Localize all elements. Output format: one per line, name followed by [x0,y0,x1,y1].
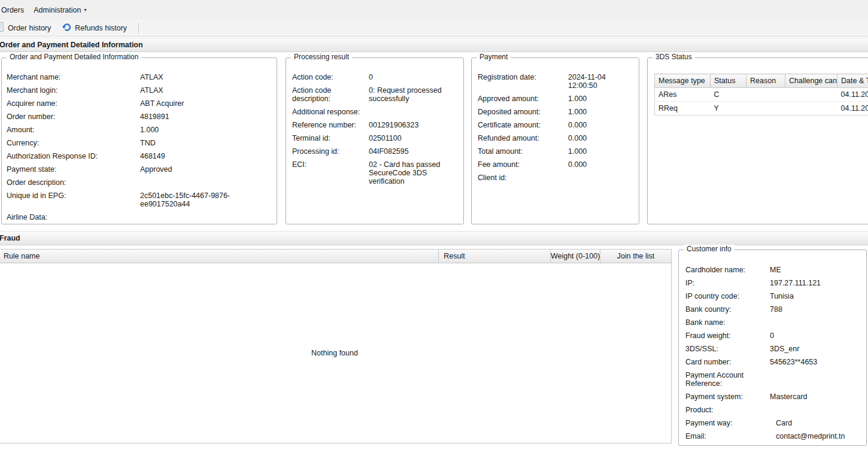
field-row-unique-id-epg: Unique id in EPG:2c501ebc-15fc-4467-9876… [7,189,271,211]
field-value: TND [140,139,271,147]
field-value: ABT Acquirer [140,99,271,108]
field-value: Card [770,419,860,427]
field-value: 1.000 [140,126,271,134]
field-row-merchant-name: Merchant name:ATLAX [7,71,271,84]
menu-item-administration[interactable]: Administration ▾ [29,4,91,17]
cell-date-time: 04.11.2024 [837,102,868,115]
field-label: Processing id: [292,147,369,156]
menu-item-orders[interactable]: Orders [0,4,29,17]
field-row-processing-id: Processing id:04IF082595 [292,145,456,158]
field-value: 02 - Card has passed SecureCode 3DS veri… [369,160,456,186]
field-label: IP country code: [685,292,770,300]
field-label: Action code: [292,73,369,81]
field-value: 788 [770,305,860,314]
threeds-status-legend: 3DS Status [652,53,695,61]
field-value [770,371,860,388]
field-row-auth-response-id: Authorization Response ID:468149 [7,150,271,163]
field-value: Tunisia [770,292,860,300]
field-row-merchant-login: Merchant login:ATLAX [7,84,271,97]
field-label: Reference number: [292,121,369,129]
field-label: Fee amount: [478,160,568,169]
fraud-col-join-list[interactable]: Join the list [600,250,671,263]
field-row-eci: ECI:02 - Card has passed SecureCode 3DS … [292,158,456,188]
field-value [770,406,860,414]
field-row-client-id: Client id: [478,171,633,184]
field-label: Client id: [478,174,568,182]
page-title: Order and Payment Detailed Information [0,41,143,49]
field-label: Card number: [685,358,770,366]
field-value: 2024-11-04 12:00:50 [568,73,633,90]
field-value: 0.000 [568,121,633,129]
field-value [140,178,271,187]
field-value: 0 [369,73,456,81]
page-title-bar: Order and Payment Detailed Information [0,38,868,52]
order-history-label: Order history [8,24,51,32]
field-label: Deposited amount: [478,108,568,116]
field-label: Cardholder name: [685,266,770,274]
menu-item-orders-label: Orders [1,6,24,14]
field-row-payment-system: Payment system:Mastercard [685,390,860,403]
refunds-history-label: Refunds history [75,24,127,32]
field-row-action-code-description: Action code description:0: Request proce… [292,84,456,105]
field-row-bank-country: Bank country:788 [685,303,860,316]
order-history-button[interactable]: Order history [0,20,56,36]
menu-item-administration-label: Administration [34,6,81,14]
threeds-col-date-time[interactable]: Date & Time [837,74,868,88]
cell-reason [746,88,785,102]
field-label: Action code description: [292,86,369,103]
threeds-header-row: Message type Status Reason Challenge can… [655,74,868,88]
refunds-history-button[interactable]: Refunds history [56,20,132,36]
field-value: 1.000 [568,95,633,103]
field-label: Product: [685,406,770,414]
field-row-reference-number: Reference number:001291906323 [292,118,456,132]
field-row-airline-data: Airline Data: [7,211,271,224]
field-value: Mastercard [770,393,860,401]
field-row-bank-name: Bank name: [685,316,860,329]
cell-status: C [711,88,746,102]
field-row-fraud-weight: Fraud weight:0 [685,329,860,342]
cell-challenge-cancel [785,88,837,102]
field-label: Fraud weight: [685,332,770,340]
processing-result-legend: Processing result [291,53,352,61]
field-label: Email: [685,432,770,440]
field-row-fee-amount: Fee amount:0.000 [478,158,633,171]
field-label: Refunded amount: [478,134,568,142]
field-row-card-number: Card number:545623**4653 [685,355,860,369]
fraud-table-header: Rule name Result Weight (0-100) Join the… [0,249,672,263]
field-row-refunded-amount: Refunded amount:0.000 [478,132,633,145]
fraud-col-weight[interactable]: Weight (0-100) [551,250,600,263]
field-row-certificate-amount: Certificate amount:0.000 [478,118,633,132]
field-value: ATLAX [140,73,271,81]
field-label: Currency: [7,139,140,147]
cell-message-type: RReq [655,102,711,115]
field-row-cardholder-name: Cardholder name:ME [685,263,860,276]
refund-arrow-icon [62,22,71,34]
payment-legend: Payment [477,53,511,61]
field-value: 02501100 [369,134,456,142]
field-label: Bank name: [685,318,770,327]
threeds-col-message-type[interactable]: Message type [655,74,711,88]
field-row-3ds-ssl: 3DS/SSL:3DS_enr [685,342,860,355]
field-row-product: Product: [685,403,860,416]
field-label: Payment system: [685,393,770,401]
fraud-col-rule-name[interactable]: Rule name [0,250,439,263]
threeds-row-rreq[interactable]: RReq Y 04.11.2024 [655,102,868,115]
cell-date-time: 04.11.2024 [837,88,868,102]
field-value: 0: Request processed successfully [369,86,456,103]
field-value: 04IF082595 [369,147,456,156]
threeds-col-challenge-cancel[interactable]: Challenge cancel [785,74,837,88]
order-info-fieldset: Order and Payment Detailed Information M… [1,57,277,224]
field-row-terminal-id: Terminal id:02501100 [292,132,456,145]
customer-info-legend: Customer info [684,245,735,253]
field-label: Certificate amount: [478,121,568,129]
threeds-col-reason[interactable]: Reason [746,74,785,88]
field-row-order-description: Order description: [7,176,271,189]
field-label: Total amount: [478,147,568,156]
field-row-acquirer-name: Acquirer name:ABT Acquirer [7,97,271,110]
field-row-ip: IP:197.27.111.121 [685,276,860,290]
fraud-col-result[interactable]: Result [439,250,551,263]
field-label: Registration date: [478,73,568,90]
threeds-row-ares[interactable]: ARes C 04.11.2024 [655,88,868,102]
threeds-col-status[interactable]: Status [711,74,746,88]
toolbar-separator [138,23,139,34]
